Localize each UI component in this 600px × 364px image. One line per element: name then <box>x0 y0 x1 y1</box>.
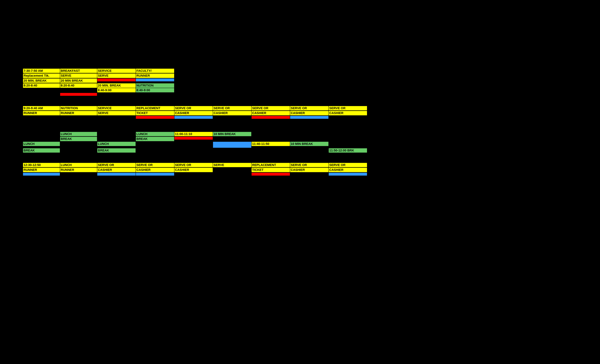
cell-runner-lunch: RUNNER <box>23 168 60 172</box>
cell-1100-1110: 11:00-11:10 <box>174 132 213 136</box>
cell-replacement-tik: Replacement Tik. <box>23 73 60 78</box>
cell-serve-1: SERVE <box>60 73 97 78</box>
bar-blue-lunch-main-2 <box>97 173 136 176</box>
spacer-3 <box>23 157 367 163</box>
cell-cashier-lunch-2: CASHIER <box>136 168 174 172</box>
cell-serve-or-lunch-2: SERVE OR <box>136 163 174 167</box>
spacer-1 <box>23 100 367 106</box>
cell-cashier-lunch-3: CASHIER <box>174 168 213 172</box>
bar-red-lunch-1 <box>174 136 213 140</box>
cell-runner-morning-2: RUNNER <box>60 111 97 115</box>
bar-blue-lunch-main-1 <box>23 173 60 176</box>
cell-nutrition-1: NUTRITION <box>136 83 174 88</box>
cell-lunch-label: LUNCH <box>60 163 97 167</box>
cell-820-840-2: 8:20-8:40 <box>60 83 97 88</box>
cell-red-bar-1 <box>97 78 136 82</box>
cell-serve-or-5: SERVE OR <box>328 106 367 110</box>
cell-cashier-morning-4: CASHIER <box>290 111 328 115</box>
cell-replacement-1: REPLACEMENT <box>136 106 174 110</box>
cell-lunch-break-3a: LUNCH <box>23 142 60 146</box>
cell-service-2: SERVICE <box>97 106 136 110</box>
breakfast-section: 7:30-7:50 AM BREAKFAST SERVICE FACULTY/ … <box>23 69 367 96</box>
cell-time-lunch: 12:30-12:50 <box>23 163 60 167</box>
bar-red-morning-1 <box>136 116 174 119</box>
cell-ticket-lunch: TICKET <box>252 168 290 172</box>
cell-lunch-break-4a: LUNCH <box>97 142 136 146</box>
bar-blue-morning-2 <box>290 116 328 119</box>
cell-1150-1200: 11:50-12:00 BRK <box>328 148 367 153</box>
bar-blue-lunch-1 <box>213 142 252 148</box>
cell-runner-lunch-2: RUNNER <box>60 168 97 172</box>
bar-red-lunch-main <box>252 173 290 176</box>
cell-faculty: FACULTY/ <box>136 69 174 73</box>
sub-rows-col4: NUTRITION 8:40-9:00 <box>136 83 174 92</box>
cell-cashier-lunch-5: CASHIER <box>328 168 367 172</box>
cell-10min-break-2: 10 MIN BREAK <box>290 142 328 146</box>
lunch-main-row-1: 12:30-12:50 LUNCH SERVE OR SERVE OR SERV… <box>23 163 367 167</box>
schedule-container: 7:30-7:50 AM BREAKFAST SERVICE FACULTY/ … <box>23 69 367 180</box>
cell-cashier-lunch-4: CASHIER <box>290 168 328 172</box>
cell-serve-lunch: SERVE <box>213 163 252 167</box>
bar-blue-lunch-main-4 <box>328 173 367 176</box>
cell-20min-break-1: 20 MIN. BREAK <box>23 78 60 83</box>
cell-runner-1: RUNNER <box>136 73 174 78</box>
cell-serve-or-4: SERVE OR <box>290 106 328 110</box>
lunch-mid-row-1: LUNCH LUNCH 11:00-11:10 10 MIN BREAK <box>23 132 367 136</box>
cell-blue-bar-1 <box>136 78 174 82</box>
breakfast-row-4: 8:20-8:40 8:20-8:40 20 MIN. BREAK 8:40-9… <box>23 83 367 92</box>
cell-cashier-morning-5: CASHIER <box>328 111 367 115</box>
cell-service-1: SERVICE <box>97 69 136 73</box>
sub-rows-col3: 20 MIN. BREAK 8:40-9:00 <box>97 83 136 92</box>
breakfast-row-3: 20 MIN. BREAK 20 MIN BREAK <box>23 78 367 83</box>
cell-serve-or-1: SERVE OR <box>174 106 213 110</box>
morning-row-2: RUNNER RUNNER SERVE TICKET CASHIER CASHI… <box>23 111 367 115</box>
cell-lunch-break-4b: BREAK <box>97 148 136 153</box>
morning-section: 9:20-9:40 AM NUTRITION SERVICE REPLACEME… <box>23 106 367 119</box>
lunch-mid-row-2: BREAK BREAK <box>23 136 367 141</box>
morning-row-1: 9:20-9:40 AM NUTRITION SERVICE REPLACEME… <box>23 106 367 110</box>
cell-20min-break-2: 20 MIN BREAK <box>60 78 97 83</box>
cell-840-900-2: 8:40-9:00 <box>136 88 174 92</box>
cell-cashier-morning-3: CASHIER <box>252 111 290 115</box>
cell-nutrition-2: NUTRITION <box>60 106 97 110</box>
cell-serve-or-lunch-4: SERVE OR <box>290 163 328 167</box>
lunch-main-section: 12:30-12:50 LUNCH SERVE OR SERVE OR SERV… <box>23 163 367 176</box>
cell-replacement-lunch: REPLACEMENT <box>252 163 290 167</box>
lunch-middle-section: LUNCH LUNCH 11:00-11:10 10 MIN BREAK BRE… <box>23 132 367 153</box>
cell-serve-or-lunch-5: SERVE OR <box>328 163 367 167</box>
bar-blue-lunch-main-3 <box>136 173 174 176</box>
cell-serve-or-lunch-3: SERVE OR <box>174 163 213 167</box>
cell-cashier-morning-1: CASHIER <box>174 111 213 115</box>
cell-cashier-lunch-1: CASHIER <box>97 168 136 172</box>
cell-runner-morning: RUNNER <box>23 111 60 115</box>
morning-bar-row <box>23 116 367 119</box>
cell-ticket-morning: TICKET <box>136 111 174 115</box>
cell-time-morning: 9:20-9:40 AM <box>23 106 60 110</box>
cell-red-bar-2 <box>60 93 97 96</box>
spacer-2 <box>23 123 367 132</box>
lunch-mid-row-3: LUNCH LUNCH 11:40-11:50 10 MIN BREAK <box>23 142 367 148</box>
cell-820-840-1: 8:20-8:40 <box>23 83 60 88</box>
cell-breakfast-label: BREAKFAST <box>60 69 97 73</box>
lunch-main-row-2: RUNNER RUNNER CASHIER CASHIER CASHIER TI… <box>23 168 367 172</box>
cell-10min-break-1: 10 MIN BREAK <box>213 132 252 136</box>
cell-lunch-break-1a: LUNCH <box>60 132 97 136</box>
breakfast-redbar-row <box>23 93 367 96</box>
cell-serve-or-lunch-1: SERVE OR <box>97 163 136 167</box>
cell-20min-break-3: 20 MIN. BREAK <box>97 83 136 88</box>
cell-840-900-1: 8:40-9:00 <box>97 88 136 92</box>
cell-lunch-break-1b: BREAK <box>60 136 97 141</box>
cell-lunch-break-2b: BREAK <box>136 136 174 141</box>
cell-serve-or-2: SERVE OR <box>213 106 252 110</box>
cell-1140-1150: 11:40-11:50 <box>252 142 290 146</box>
breakfast-row-2: Replacement Tik. SERVE SERVE RUNNER <box>23 73 367 78</box>
cell-time-breakfast: 7:30-7:50 AM <box>23 69 60 73</box>
bar-blue-morning-1 <box>174 116 213 119</box>
cell-lunch-break-2a: LUNCH <box>136 132 174 136</box>
cell-serve-2: SERVE <box>97 73 136 78</box>
cell-lunch-break-3b: BREAK <box>23 148 60 153</box>
bar-red-morning-2 <box>252 116 290 119</box>
lunch-mid-row-4: BREAK BREAK 11:50-12:00 BRK <box>23 148 367 153</box>
cell-cashier-morning-2: CASHIER <box>213 111 252 115</box>
cell-serve-morning: SERVE <box>97 111 136 115</box>
